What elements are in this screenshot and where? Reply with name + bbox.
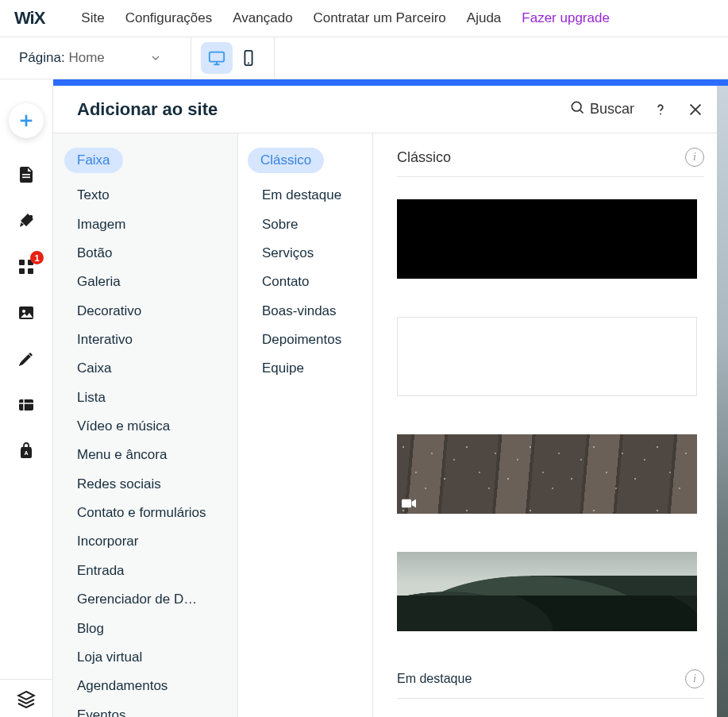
category-eventos[interactable]: Eventos: [53, 701, 237, 717]
subcategory-depoimentos[interactable]: Depoimentos: [238, 326, 372, 354]
page-selector[interactable]: Página: Home: [0, 50, 181, 66]
svg-rect-13: [28, 268, 33, 274]
add-panel-title: Adicionar ao site: [77, 99, 569, 120]
top-menu: Site Configurações Avançado Contratar um…: [81, 10, 610, 26]
subcategory-servicos[interactable]: Serviços: [238, 239, 372, 268]
category-redes-sociais[interactable]: Redes sociais: [53, 470, 237, 499]
wix-logo: WiX: [14, 8, 44, 29]
svg-rect-0: [210, 52, 224, 62]
page-row: Página: Home: [0, 37, 728, 79]
info-icon-2[interactable]: i: [685, 669, 704, 688]
category-agendamentos[interactable]: Agendamentos: [53, 672, 237, 700]
svg-point-21: [572, 102, 581, 111]
preview-section-title: Clássico: [397, 149, 451, 166]
svg-point-15: [22, 310, 25, 313]
page-selector-label: Página:: [19, 50, 65, 65]
category-entrada[interactable]: Entrada: [53, 557, 237, 585]
category-decorativo[interactable]: Decorativo: [53, 297, 237, 326]
search-button[interactable]: Buscar: [569, 99, 634, 119]
table-icon[interactable]: [17, 395, 36, 414]
device-mobile-button[interactable]: [233, 42, 264, 74]
close-button[interactable]: [687, 101, 704, 118]
canvas-blue-strip: [53, 79, 728, 86]
preview-section-header: Clássico i: [397, 148, 704, 177]
category-incorporar[interactable]: Incorporar: [53, 527, 237, 556]
add-panel-header: Adicionar ao site Buscar: [53, 86, 728, 133]
add-panel: Adicionar ao site Buscar Faixa: [53, 86, 728, 717]
top-menu-bar: WiX Site Configurações Avançado Contrata…: [0, 0, 728, 37]
subcategory-boas-vindas[interactable]: Boas-vindas: [238, 297, 372, 326]
svg-point-23: [660, 113, 661, 114]
category-caixa[interactable]: Caixa: [53, 354, 237, 383]
svg-rect-16: [19, 399, 33, 411]
categories-column: Faixa Texto Imagem Botão Galeria Decorat…: [53, 133, 238, 717]
device-desktop-button[interactable]: [201, 42, 233, 74]
preview-section2-title: Em destaque: [397, 672, 472, 686]
menu-contratar-parceiro[interactable]: Contratar um Parceiro: [314, 10, 446, 26]
device-switcher: [191, 37, 275, 79]
page-selector-value: Home: [68, 50, 104, 65]
apps-icon[interactable]: 1: [17, 257, 36, 276]
category-botao[interactable]: Botão: [53, 239, 237, 268]
strip-preview-black[interactable]: [397, 199, 697, 279]
svg-line-22: [580, 110, 584, 114]
canvas-right-edge: [717, 86, 728, 717]
subcategory-em-destaque[interactable]: Em destaque: [238, 181, 372, 210]
add-panel-body: Faixa Texto Imagem Botão Galeria Decorat…: [53, 133, 728, 717]
layers-button[interactable]: [0, 679, 52, 717]
category-faixa[interactable]: Faixa: [53, 148, 237, 181]
svg-text:A: A: [24, 450, 28, 456]
preview-section2-header: Em destaque i: [397, 669, 704, 699]
help-button[interactable]: [652, 101, 669, 118]
menu-configuracoes[interactable]: Configurações: [125, 10, 213, 26]
media-icon[interactable]: [17, 303, 36, 322]
add-button[interactable]: [9, 103, 44, 138]
menu-ajuda[interactable]: Ajuda: [467, 10, 501, 26]
svg-marker-20: [18, 692, 34, 700]
svg-point-9: [29, 215, 33, 218]
preview-column: Clássico i Em destaque i: [373, 133, 728, 717]
svg-marker-27: [412, 499, 416, 508]
category-menu-ancora[interactable]: Menu e âncora: [53, 441, 237, 469]
info-icon[interactable]: i: [685, 148, 704, 167]
layers-icon: [17, 689, 36, 708]
subcategory-equipe[interactable]: Equipe: [238, 354, 372, 383]
menu-fazer-upgrade[interactable]: Fazer upgrade: [522, 10, 610, 26]
category-imagem[interactable]: Imagem: [53, 210, 237, 239]
pages-icon[interactable]: [17, 165, 36, 184]
search-icon: [569, 99, 585, 119]
menu-site[interactable]: Site: [81, 10, 104, 26]
category-loja-virtual[interactable]: Loja virtual: [53, 643, 237, 672]
category-contato-formularios[interactable]: Contato e formulários: [53, 499, 237, 527]
apps-badge: 1: [30, 251, 44, 264]
strip-preview-mountain[interactable]: [397, 552, 697, 631]
svg-rect-8: [22, 177, 30, 179]
subcategory-classico[interactable]: Clássico: [238, 148, 372, 181]
left-toolbar: 1 A: [0, 86, 53, 717]
search-label: Buscar: [590, 101, 634, 118]
svg-rect-10: [19, 260, 25, 265]
svg-rect-7: [22, 174, 30, 175]
subcategories-column: Clássico Em destaque Sobre Serviços Cont…: [238, 133, 373, 717]
store-icon[interactable]: A: [17, 441, 36, 461]
main-area: 1 A Adicionar ao site: [0, 86, 728, 717]
category-texto[interactable]: Texto: [53, 181, 237, 210]
category-galeria[interactable]: Galeria: [53, 268, 237, 296]
menu-avancado[interactable]: Avançado: [233, 10, 292, 26]
svg-rect-26: [402, 499, 411, 508]
blog-pen-icon[interactable]: [17, 349, 36, 368]
strip-preview-white[interactable]: [397, 317, 697, 396]
design-icon[interactable]: [17, 211, 36, 230]
category-video-musica[interactable]: Vídeo e música: [53, 412, 237, 441]
category-gerenciador-dados[interactable]: Gerenciador de Da…: [53, 585, 212, 614]
chevron-down-icon: [149, 52, 162, 64]
subcategory-contato[interactable]: Contato: [238, 268, 372, 296]
strip-preview-forest[interactable]: [397, 434, 697, 514]
video-icon: [402, 498, 416, 509]
category-interativo[interactable]: Interativo: [53, 326, 237, 354]
svg-rect-12: [19, 268, 25, 274]
category-lista[interactable]: Lista: [53, 384, 237, 412]
category-blog[interactable]: Blog: [53, 615, 237, 643]
subcategory-sobre[interactable]: Sobre: [238, 210, 372, 239]
